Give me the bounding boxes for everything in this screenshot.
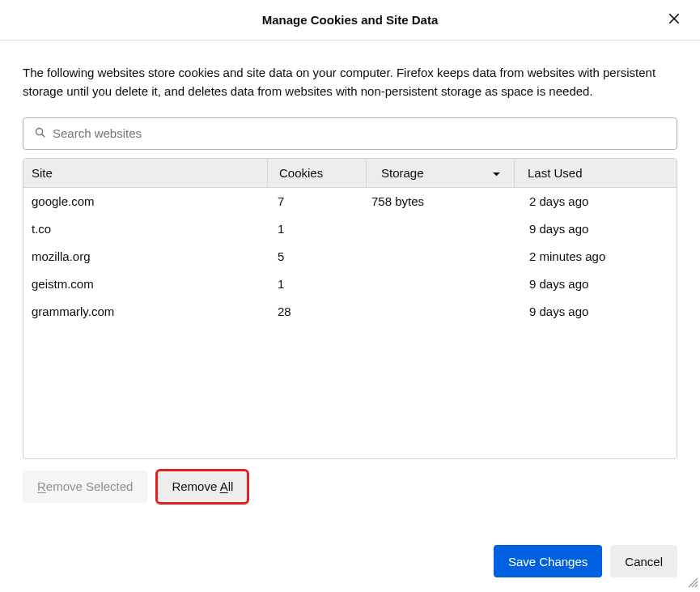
dialog-header: Manage Cookies and Site Data [0, 0, 700, 40]
dialog-title: Manage Cookies and Site Data [262, 13, 439, 27]
search-input[interactable] [23, 117, 677, 150]
resize-grip-icon [685, 575, 698, 590]
remove-all-button[interactable]: Remove All [157, 471, 248, 503]
description-text: The following websites store cookies and… [23, 63, 677, 101]
close-button[interactable] [663, 9, 685, 32]
column-label: Storage [381, 166, 424, 180]
cell-last-used: 9 days ago [515, 222, 677, 236]
cell-site: mozilla.org [23, 249, 268, 263]
remove-selected-button: Remove Selected [23, 471, 147, 503]
close-icon [667, 11, 681, 28]
cell-cookies: 1 [268, 277, 367, 291]
sort-caret-down-icon [492, 166, 501, 180]
cell-site: google.com [23, 194, 268, 208]
cell-cookies: 28 [268, 305, 367, 318]
button-label: Remove [172, 479, 219, 493]
column-label: Site [32, 166, 53, 180]
table-row[interactable]: geistm.com19 days ago [23, 270, 677, 298]
button-accel: A [220, 479, 228, 493]
table-row[interactable]: google.com7758 bytes2 days ago [23, 188, 677, 215]
cell-last-used: 2 days ago [515, 194, 677, 208]
cell-cookies: 1 [268, 222, 367, 236]
cell-last-used: 9 days ago [515, 305, 677, 318]
svg-line-6 [695, 585, 698, 587]
table-body: google.com7758 bytes2 days agot.co19 day… [23, 188, 677, 458]
table-row[interactable]: mozilla.org52 minutes ago [23, 243, 677, 270]
cancel-button[interactable]: Cancel [610, 545, 677, 577]
column-header-cookies[interactable]: Cookies [268, 159, 367, 187]
column-header-last-used[interactable]: Last Used [515, 159, 677, 187]
cell-site: geistm.com [23, 277, 268, 291]
svg-line-5 [692, 581, 698, 587]
cell-site: t.co [23, 222, 268, 236]
column-label: Last Used [528, 166, 583, 180]
column-header-storage[interactable]: Storage [367, 159, 515, 187]
cell-cookies: 7 [268, 194, 367, 208]
cell-cookies: 5 [268, 249, 367, 263]
column-header-site[interactable]: Site [23, 159, 268, 187]
table-header-row: Site Cookies Storage Last Used [23, 159, 677, 188]
save-changes-button[interactable]: Save Changes [494, 545, 602, 577]
table-row[interactable]: grammarly.com289 days ago [23, 298, 677, 326]
svg-line-4 [689, 578, 698, 587]
cell-last-used: 2 minutes ago [515, 249, 677, 263]
button-label: ll [228, 479, 234, 493]
cell-storage: 758 bytes [367, 194, 515, 208]
cell-site: grammarly.com [23, 305, 268, 318]
column-label: Cookies [279, 166, 323, 180]
button-label: emove Selected [46, 479, 134, 493]
sites-table: Site Cookies Storage Last Used google.co… [23, 158, 677, 459]
button-accel: R [37, 479, 46, 493]
cell-last-used: 9 days ago [515, 277, 677, 291]
table-row[interactable]: t.co19 days ago [23, 215, 677, 243]
